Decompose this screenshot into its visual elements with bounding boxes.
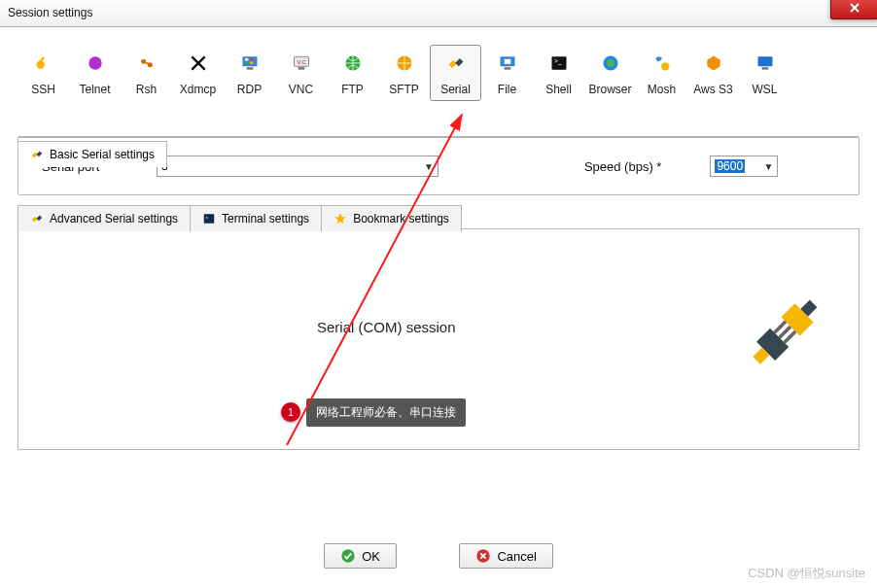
annotation-tooltip: 网络工程师必备、串口连接: [306, 398, 466, 427]
chevron-down-icon: ▼: [764, 161, 774, 172]
sftp-icon: [395, 53, 414, 73]
svg-rect-40: [778, 330, 787, 339]
watermark: CSDN @恒悦sunsite: [748, 565, 865, 582]
svg-rect-27: [761, 67, 768, 70]
svg-rect-10: [250, 61, 253, 64]
tool-ftp[interactable]: FTP: [327, 45, 378, 101]
session-type-toolbar: SSH Telnet Rsh Xdmcp RDP V.C VNC FTP SFT: [18, 41, 859, 111]
tool-rsh[interactable]: Rsh: [121, 45, 172, 101]
vnc-icon: V.C: [292, 53, 311, 73]
telnet-icon: [86, 53, 105, 73]
serial-port-combo[interactable]: 3 ▼: [157, 156, 438, 177]
close-button[interactable]: [830, 0, 877, 19]
svg-rect-19: [504, 67, 510, 70]
close-icon: [849, 2, 860, 14]
tool-rdp[interactable]: RDP: [224, 45, 275, 101]
tool-serial[interactable]: Serial: [430, 45, 481, 101]
rdp-icon: [240, 53, 260, 73]
tool-telnet[interactable]: Telnet: [69, 45, 121, 101]
titlebar: Session settings: [0, 0, 877, 27]
tab-terminal[interactable]: > Terminal settings: [190, 205, 322, 231]
tool-ssh[interactable]: SSH: [18, 45, 69, 101]
svg-point-24: [606, 59, 614, 67]
shell-icon: >_: [549, 53, 569, 73]
wsl-icon: [755, 53, 775, 73]
serial-plug-icon: [30, 148, 44, 161]
svg-rect-29: [36, 152, 42, 157]
aws-s3-icon: [704, 53, 723, 73]
annotation-badge: 1: [281, 402, 300, 422]
ok-button[interactable]: OK: [324, 543, 397, 569]
chevron-down-icon: ▼: [424, 161, 434, 172]
svg-rect-16: [448, 60, 456, 68]
serial-plug-icon: [446, 53, 466, 73]
rsh-icon: [137, 53, 157, 73]
terminal-icon: >: [202, 212, 216, 225]
tool-awss3[interactable]: Aws S3: [687, 45, 739, 101]
file-icon: [498, 53, 517, 73]
star-icon: [333, 212, 347, 225]
mosh-icon: [652, 53, 672, 73]
svg-rect-8: [250, 58, 253, 61]
svg-rect-20: [504, 59, 510, 64]
cancel-x-icon: [475, 548, 491, 564]
svg-rect-31: [36, 216, 42, 222]
cancel-button[interactable]: Cancel: [459, 543, 552, 569]
svg-rect-26: [757, 56, 772, 66]
xdmcp-icon: [189, 53, 208, 73]
session-type-label: Serial (COM) session: [317, 319, 456, 335]
tool-shell[interactable]: >_ Shell: [533, 45, 584, 101]
ftp-icon: [343, 53, 363, 73]
tool-xdmcp[interactable]: Xdmcp: [172, 45, 224, 101]
tab-bookmark[interactable]: Bookmark settings: [321, 205, 462, 231]
svg-rect-9: [245, 61, 248, 64]
svg-rect-41: [783, 335, 791, 344]
svg-rect-28: [32, 153, 38, 158]
tool-wsl[interactable]: WSL: [739, 45, 790, 101]
svg-rect-39: [773, 326, 782, 334]
tab-advanced-serial[interactable]: Advanced Serial settings: [18, 205, 191, 231]
svg-point-2: [88, 56, 101, 69]
key-icon: [34, 53, 53, 73]
tool-sftp[interactable]: SFTP: [378, 45, 430, 101]
svg-rect-17: [455, 58, 463, 66]
svg-rect-30: [32, 217, 38, 223]
speed-label: Speed (bps) *: [584, 159, 662, 174]
svg-rect-6: [246, 67, 253, 70]
svg-text:>: >: [206, 216, 209, 221]
button-bar: OK Cancel: [0, 543, 877, 569]
svg-rect-13: [298, 67, 304, 70]
speed-combo[interactable]: 9600 ▼: [710, 156, 778, 177]
serial-plug-icon: [30, 212, 44, 225]
svg-text:>_: >_: [554, 57, 562, 65]
tool-browser[interactable]: Browser: [584, 45, 636, 101]
svg-point-25: [661, 62, 669, 70]
svg-text:V.C: V.C: [297, 59, 305, 65]
tool-mosh[interactable]: Mosh: [636, 45, 687, 101]
window-title: Session settings: [8, 6, 92, 19]
secondary-panel: Advanced Serial settings > Terminal sett…: [18, 228, 859, 450]
browser-icon: [601, 53, 620, 73]
tab-basic-serial[interactable]: Basic Serial settings: [18, 141, 167, 167]
tool-file[interactable]: File: [481, 45, 533, 101]
serial-plug-large-icon: [742, 288, 829, 375]
tool-vnc[interactable]: V.C VNC: [275, 45, 327, 101]
ok-check-icon: [340, 548, 356, 564]
svg-rect-7: [245, 58, 248, 61]
